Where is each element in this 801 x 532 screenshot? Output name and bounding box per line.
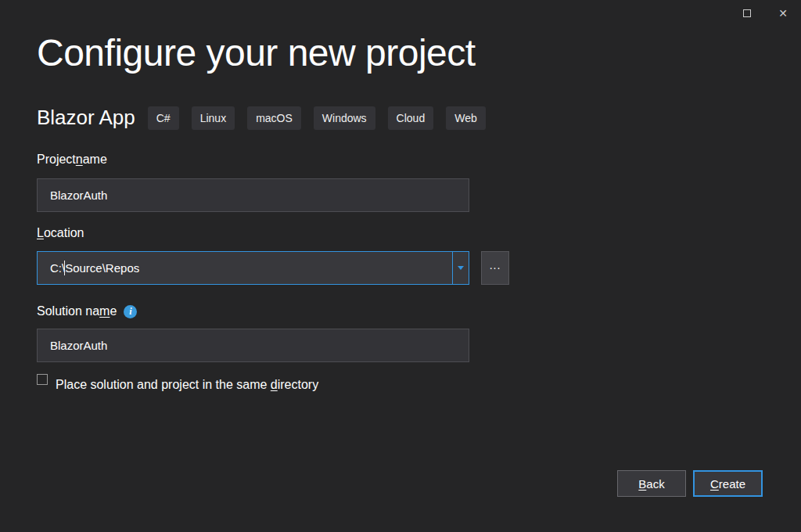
same-directory-accesskey: d	[271, 378, 278, 391]
project-name-accesskey: n	[76, 153, 83, 167]
project-name-label-text: Project	[37, 153, 76, 167]
same-directory-label-text: Place solution and project in the same	[56, 378, 271, 391]
maximize-icon	[743, 9, 751, 17]
template-row: Blazor App C# Linux macOS Windows Cloud …	[37, 106, 486, 130]
solution-name-label: Solution name i	[37, 304, 137, 318]
back-button-label: Back	[638, 477, 664, 491]
titlebar: ✕	[0, 0, 801, 27]
back-button[interactable]: Back	[617, 470, 686, 497]
create-button[interactable]: Create	[693, 470, 763, 497]
maximize-button[interactable]	[729, 0, 765, 27]
project-name-label: Project name	[37, 153, 107, 167]
location-label: Location	[37, 226, 84, 240]
location-label-text: ocation	[44, 226, 84, 240]
close-button[interactable]: ✕	[765, 0, 801, 27]
page-title: Configure your new project	[37, 31, 476, 74]
create-button-label: Create	[710, 477, 745, 491]
close-icon: ✕	[778, 8, 788, 19]
template-name: Blazor App	[37, 106, 135, 130]
ellipsis-icon: ...	[490, 259, 501, 271]
tag-web: Web	[446, 106, 486, 130]
create-accesskey: C	[710, 477, 719, 491]
tag-windows: Windows	[314, 106, 375, 130]
chevron-down-icon	[458, 266, 464, 270]
solution-name-accesskey: m	[99, 304, 110, 318]
location-value-before-caret: C:\	[50, 261, 65, 275]
back-label-text: ack	[646, 477, 664, 491]
configure-project-dialog: ✕ Configure your new project Blazor App …	[0, 0, 801, 532]
project-name-input[interactable]	[37, 178, 469, 212]
tag-csharp: C#	[148, 106, 179, 130]
solution-name-label-text: Solution na	[37, 304, 99, 318]
same-directory-row[interactable]: Place solution and project in the same d…	[37, 373, 318, 392]
back-accesskey: B	[638, 477, 646, 491]
location-value[interactable]: C:\Source\Repos	[38, 252, 452, 284]
tag-cloud: Cloud	[388, 106, 434, 130]
location-input[interactable]: C:\Source\Repos	[37, 251, 469, 285]
same-directory-label-text2: irectory	[278, 378, 318, 391]
location-dropdown-button[interactable]	[452, 252, 469, 284]
tag-linux: Linux	[192, 106, 235, 130]
tag-macos: macOS	[247, 106, 301, 130]
location-accesskey: L	[37, 226, 44, 240]
create-label-text: reate	[719, 477, 745, 491]
location-value-after-caret: Source\Repos	[65, 261, 139, 275]
solution-name-label-text2: e	[110, 304, 117, 318]
info-icon[interactable]: i	[124, 305, 137, 318]
project-name-label-text2: ame	[83, 153, 107, 167]
same-directory-label: Place solution and project in the same d…	[56, 378, 318, 392]
same-directory-checkbox[interactable]	[37, 374, 48, 385]
browse-button[interactable]: ...	[481, 251, 509, 285]
solution-name-input[interactable]	[37, 329, 469, 362]
